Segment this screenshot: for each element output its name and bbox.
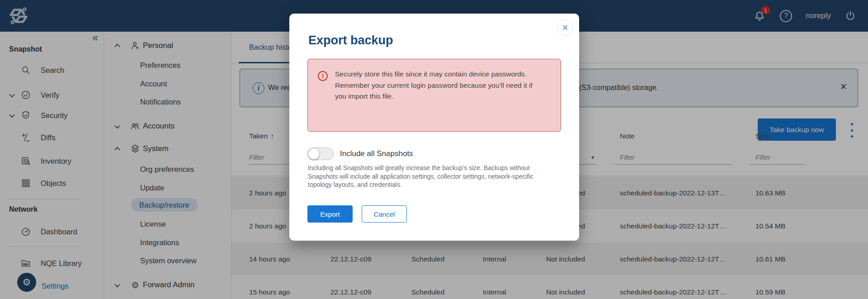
toggle-knob [308, 148, 320, 160]
modal-title: Export backup [308, 33, 393, 47]
alert-line-2: Remember your current login password bec… [335, 80, 536, 102]
alert-text: Securely store this file since it may co… [335, 69, 536, 102]
export-backup-modal: × Export backup ! Securely store this fi… [289, 14, 579, 241]
alert-exclamation-icon: ! [318, 71, 328, 81]
export-button[interactable]: Export [307, 205, 353, 223]
toggle-description: Including all Snapshots will greatly inc… [308, 164, 559, 189]
app-window: 1 ? noreply « Snapshot Search [0, 0, 868, 299]
modal-close-icon[interactable]: × [557, 19, 573, 36]
cancel-button[interactable]: Cancel [362, 205, 407, 223]
include-all-snapshots-toggle[interactable] [307, 147, 334, 160]
toggle-label: Include all Snapshots [340, 149, 413, 158]
warning-alert: ! Securely store this file since it may … [307, 59, 561, 132]
alert-line-1: Securely store this file since it may co… [335, 69, 536, 80]
